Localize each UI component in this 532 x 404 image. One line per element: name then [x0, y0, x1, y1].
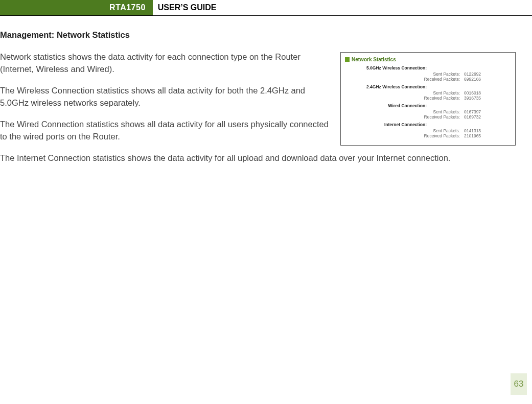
header-accent-strip — [0, 0, 102, 15]
paragraph: The Wired Connection statistics shows al… — [0, 118, 337, 143]
square-bullet-icon — [345, 57, 350, 62]
fig-conn-name: Internet Connection: — [345, 122, 431, 128]
fig-conn-name: 2.4GHz Wireless Connection: — [345, 84, 431, 90]
header-model: RTA1750 — [102, 0, 153, 15]
fig-sent-label: Sent Packets: — [345, 72, 464, 77]
section-heading: Management: Network Statistics — [0, 30, 520, 40]
header-title: USER’S GUIDE — [153, 0, 217, 15]
fig-recv-label: Received Packets: — [345, 114, 464, 120]
page-content: Management: Network Statistics Network S… — [0, 16, 532, 164]
header-bar: RTA1750 USER’S GUIDE — [0, 0, 532, 16]
paragraph: The Internet Connection statistics shows… — [0, 152, 516, 164]
fig-conn-name: Wired Connection: — [345, 103, 431, 109]
fig-sent-val: 0122692 — [464, 72, 481, 77]
fig-recv-val: 2101965 — [464, 133, 481, 138]
fig-recv-label: Received Packets: — [345, 77, 464, 82]
paragraph: Network statistics shows the data activi… — [0, 51, 337, 76]
fig-group-wired: Wired Connection: Sent Packets: 0167397 … — [345, 103, 511, 120]
figure-title-row: Network Statistics — [345, 57, 511, 62]
network-statistics-figure: Network Statistics 5.0GHz Wireless Conne… — [340, 52, 516, 146]
fig-recv-label: Received Packets: — [345, 133, 464, 138]
fig-sent-val: 0016018 — [464, 90, 481, 96]
page-number: 63 — [511, 373, 527, 395]
fig-group-5ghz: 5.0GHz Wireless Connection: Sent Packets… — [345, 65, 511, 82]
fig-recv-val: 3916735 — [464, 96, 481, 101]
fig-sent-val: 0167397 — [464, 109, 481, 114]
fig-sent-label: Sent Packets: — [345, 128, 464, 133]
fig-recv-val: 6992166 — [464, 77, 481, 82]
fig-recv-val: 0169732 — [464, 114, 481, 120]
fig-sent-label: Sent Packets: — [345, 109, 464, 114]
figure-title: Network Statistics — [352, 57, 396, 62]
fig-group-24ghz: 2.4GHz Wireless Connection: Sent Packets… — [345, 84, 511, 101]
paragraph: The Wireless Connection statistics shows… — [0, 85, 337, 109]
fig-sent-val: 0141313 — [464, 128, 481, 133]
fig-sent-label: Sent Packets: — [345, 90, 464, 96]
fig-recv-label: Received Packets: — [345, 96, 464, 101]
fig-group-internet: Internet Connection: Sent Packets: 01413… — [345, 122, 511, 138]
fig-conn-name: 5.0GHz Wireless Connection: — [345, 65, 431, 72]
